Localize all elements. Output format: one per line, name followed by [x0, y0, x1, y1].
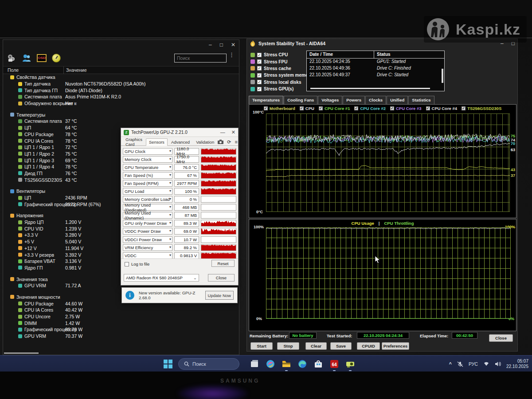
- log-to-file-checkbox[interactable]: [125, 262, 129, 266]
- taskbar-app-edge[interactable]: [297, 359, 308, 369]
- sensor-name-dropdown[interactable]: GPU Load: [123, 188, 172, 195]
- stress-checkbox[interactable]: ✓: [257, 53, 262, 57]
- taskbar-app-gpuz[interactable]: [345, 359, 356, 369]
- legend-checkbox[interactable]: ✓: [426, 106, 430, 110]
- sensor-row[interactable]: CPU IA Cores40.42 W: [3, 307, 239, 313]
- taskbar-app-store[interactable]: [313, 359, 324, 369]
- sensor-row[interactable]: Обнаружено вскрытие кор...Нет: [3, 100, 239, 107]
- close-button[interactable]: ✕: [231, 129, 235, 135]
- log-row[interactable]: 22.10.2025 04:49:37Drive C: Started: [307, 72, 444, 78]
- speaker-icon[interactable]: [495, 361, 501, 367]
- stress-checkbox[interactable]: ✓: [257, 80, 262, 84]
- sensor-row[interactable]: Системная плата37 °C: [3, 118, 239, 125]
- legend-checkbox[interactable]: ✓: [354, 106, 358, 110]
- sst-tab-clocks[interactable]: Clocks: [365, 96, 386, 105]
- sensor-name-dropdown[interactable]: GPU Clock: [123, 148, 172, 155]
- update-now-button[interactable]: Update Now: [205, 291, 234, 300]
- log-vertical-scrollbar[interactable]: [442, 69, 443, 83]
- gpuz-tab-validation[interactable]: Validation: [193, 139, 217, 145]
- sst-tab-unified[interactable]: Unified: [387, 96, 408, 105]
- sensor-name-dropdown[interactable]: Memory Clock: [123, 156, 172, 163]
- stop-button[interactable]: Stop: [277, 342, 299, 350]
- sensor-row[interactable]: CPU Uncore2.75 W: [3, 313, 239, 320]
- network-icon[interactable]: [483, 361, 489, 367]
- column-divider[interactable]: [63, 66, 64, 74]
- taskbar-app-aida64[interactable]: 64: [329, 359, 340, 369]
- column-value[interactable]: Значение: [66, 67, 87, 73]
- sensor-name-dropdown[interactable]: VDDC: [123, 252, 172, 259]
- sensor-name-dropdown[interactable]: Memory Used (Dedicated): [123, 204, 172, 211]
- log-to-file-option[interactable]: Log to file: [125, 262, 149, 266]
- log-header-datetime[interactable]: Date / Time: [307, 51, 374, 58]
- sensor-row[interactable]: Системная платаAsus Prime H310M-K R2.0: [3, 94, 239, 100]
- gpu-selector[interactable]: AMD Radeon RX 580 2048SP ⌄: [124, 274, 199, 282]
- taskbar-search[interactable]: Поиск: [178, 358, 239, 370]
- tray-clock[interactable]: 05:07 22.10.2025: [506, 359, 528, 369]
- stress-checkbox[interactable]: ✓: [257, 73, 262, 78]
- taskbar-app-file-explorer[interactable]: [281, 359, 292, 369]
- sensor-name-dropdown[interactable]: GPU Temperature: [123, 164, 172, 171]
- sensor-row[interactable]: Графический процессор89.79 W: [3, 326, 239, 333]
- tray-chevron-icon[interactable]: ^: [449, 361, 452, 367]
- log-horizontal-scrollbar[interactable]: [310, 88, 430, 89]
- sst-tab-statistics[interactable]: Statistics: [408, 96, 434, 105]
- osd-icon[interactable]: OSD: [37, 54, 47, 62]
- users-icon[interactable]: [22, 53, 31, 63]
- sensor-group-header[interactable]: Свойства датчика: [3, 74, 239, 81]
- close-button[interactable]: ✕: [231, 42, 235, 48]
- gpuz-tab-sensors[interactable]: Sensors: [146, 138, 168, 146]
- log-row[interactable]: 22.10.2025 04:24:35GPU1: Started: [307, 59, 444, 65]
- refresh-icon[interactable]: ⟳: [227, 139, 231, 145]
- save-button[interactable]: Save: [330, 342, 352, 350]
- search-input[interactable]: [174, 54, 227, 63]
- log-row[interactable]: 22.10.2025 04:49:36Drive C: Finished: [307, 65, 444, 72]
- stress-checkbox[interactable]: ✓: [257, 87, 262, 91]
- horizontal-scrollbar[interactable]: [4, 352, 39, 354]
- sensor-row[interactable]: GPU VRM70.37 W: [3, 333, 239, 340]
- sensor-name-dropdown[interactable]: GPU only Power Draw: [123, 220, 172, 227]
- sst-close-button[interactable]: Close: [489, 334, 513, 342]
- cpuid-button[interactable]: CPUID: [357, 342, 380, 350]
- report-gears-icon[interactable]: [7, 53, 16, 63]
- sensor-row[interactable]: Тип датчикаNuvoton NCT6796D/5582D (ISA A…: [3, 81, 239, 87]
- maximize-button[interactable]: □: [220, 42, 223, 48]
- start-button[interactable]: Start: [250, 342, 273, 350]
- legend-checkbox[interactable]: ✓: [462, 106, 466, 110]
- column-field[interactable]: Поле: [8, 67, 19, 73]
- sensor-gauge-icon[interactable]: [52, 54, 61, 63]
- stress-checkbox[interactable]: ✓: [257, 66, 262, 70]
- sensor-name-dropdown[interactable]: VDDCI Power Draw: [123, 236, 172, 243]
- sensor-name-dropdown[interactable]: VDDC Power Draw: [123, 228, 172, 235]
- stress-checkbox[interactable]: ✓: [257, 59, 262, 64]
- sst-tab-cooling-fans[interactable]: Cooling Fans: [284, 96, 317, 105]
- taskbar-app-task-view[interactable]: [249, 359, 260, 369]
- start-button[interactable]: [163, 359, 173, 369]
- minimize-button[interactable]: —: [220, 129, 225, 135]
- gpuz-tab-advanced[interactable]: Advanced: [168, 139, 192, 145]
- gpuz-close-button[interactable]: Close: [208, 274, 235, 282]
- legend-checkbox[interactable]: ✓: [264, 106, 268, 110]
- sensor-row[interactable]: DIMM1.42 W: [3, 320, 239, 326]
- menu-icon[interactable]: ≡: [235, 139, 237, 145]
- sensor-group-header[interactable]: Температуры: [3, 111, 239, 118]
- language-indicator[interactable]: РУС: [469, 361, 478, 367]
- sst-tab-voltages[interactable]: Voltages: [318, 96, 342, 105]
- sensor-name-dropdown[interactable]: Memory Used (Dynamic): [123, 212, 172, 219]
- legend-checkbox[interactable]: ✓: [319, 106, 323, 110]
- clear-button[interactable]: Clear: [305, 342, 327, 350]
- log-header-status[interactable]: Status: [374, 51, 393, 58]
- sensor-name-dropdown[interactable]: Fan Speed (%): [123, 172, 172, 179]
- preferences-button[interactable]: Preferences: [382, 342, 409, 350]
- sensor-name-dropdown[interactable]: Memory Controller Load: [123, 196, 172, 203]
- camera-icon[interactable]: [218, 140, 223, 144]
- legend-checkbox[interactable]: ✓: [300, 106, 304, 110]
- sst-tab-powers[interactable]: Powers: [343, 96, 365, 105]
- taskbar-app-copilot[interactable]: [265, 359, 276, 369]
- sst-tab-temperatures[interactable]: Temperatures: [249, 96, 283, 105]
- sensor-row[interactable]: Тип датчика ГПDiode (ATI-Diode): [3, 87, 239, 94]
- sensor-name-dropdown[interactable]: Fan Speed (RPM): [123, 180, 172, 187]
- more-options-icon[interactable]: ⋮: [229, 53, 235, 56]
- minimize-button[interactable]: –: [209, 42, 212, 48]
- reset-button[interactable]: Reset: [211, 260, 235, 267]
- legend-checkbox[interactable]: ✓: [390, 106, 394, 110]
